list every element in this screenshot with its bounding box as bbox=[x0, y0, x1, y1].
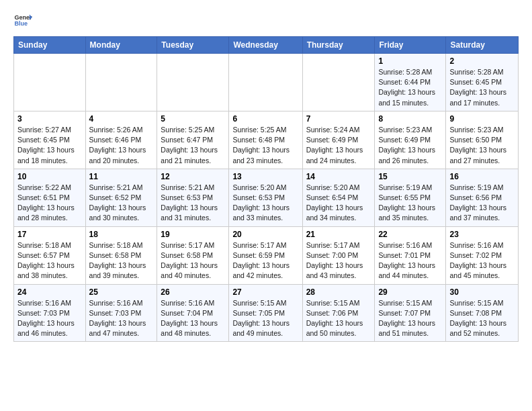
header: General Blue bbox=[13, 11, 519, 30]
day-cell: 29Sunrise: 5:15 AM Sunset: 7:07 PM Dayli… bbox=[375, 284, 446, 342]
day-cell: 17Sunrise: 5:18 AM Sunset: 6:57 PM Dayli… bbox=[14, 226, 86, 284]
svg-text:Blue: Blue bbox=[14, 20, 28, 27]
day-cell: 2Sunrise: 5:28 AM Sunset: 6:45 PM Daylig… bbox=[446, 54, 519, 111]
weekday-wednesday: Wednesday bbox=[229, 37, 302, 54]
day-info: Sunrise: 5:19 AM Sunset: 6:55 PM Dayligh… bbox=[378, 183, 442, 224]
day-number: 2 bbox=[449, 56, 515, 66]
day-info: Sunrise: 5:15 AM Sunset: 7:07 PM Dayligh… bbox=[378, 298, 442, 339]
day-number: 20 bbox=[232, 230, 298, 239]
day-cell: 7Sunrise: 5:24 AM Sunset: 6:49 PM Daylig… bbox=[302, 111, 375, 169]
day-info: Sunrise: 5:17 AM Sunset: 6:59 PM Dayligh… bbox=[232, 240, 298, 281]
day-number: 11 bbox=[89, 172, 154, 181]
day-info: Sunrise: 5:20 AM Sunset: 6:54 PM Dayligh… bbox=[306, 183, 371, 224]
day-number: 16 bbox=[449, 172, 515, 181]
weekday-thursday: Thursday bbox=[302, 37, 375, 54]
day-info: Sunrise: 5:25 AM Sunset: 6:47 PM Dayligh… bbox=[161, 125, 225, 166]
day-info: Sunrise: 5:15 AM Sunset: 7:06 PM Dayligh… bbox=[306, 298, 371, 339]
day-cell: 19Sunrise: 5:17 AM Sunset: 6:58 PM Dayli… bbox=[157, 226, 229, 284]
day-cell: 21Sunrise: 5:17 AM Sunset: 7:00 PM Dayli… bbox=[302, 226, 375, 284]
week-row-5: 24Sunrise: 5:16 AM Sunset: 7:03 PM Dayli… bbox=[14, 284, 519, 342]
day-number: 15 bbox=[378, 172, 442, 181]
weekday-sunday: Sunday bbox=[14, 37, 86, 54]
logo-icon: General Blue bbox=[13, 11, 32, 30]
day-number: 1 bbox=[378, 56, 442, 66]
day-cell: 5Sunrise: 5:25 AM Sunset: 6:47 PM Daylig… bbox=[157, 111, 229, 169]
day-cell: 8Sunrise: 5:23 AM Sunset: 6:49 PM Daylig… bbox=[375, 111, 446, 169]
day-info: Sunrise: 5:21 AM Sunset: 6:53 PM Dayligh… bbox=[161, 183, 225, 224]
day-info: Sunrise: 5:21 AM Sunset: 6:52 PM Dayligh… bbox=[89, 183, 154, 224]
day-cell: 27Sunrise: 5:15 AM Sunset: 7:05 PM Dayli… bbox=[229, 284, 302, 342]
day-number: 12 bbox=[161, 172, 225, 181]
day-info: Sunrise: 5:16 AM Sunset: 7:02 PM Dayligh… bbox=[449, 240, 515, 281]
day-number: 25 bbox=[89, 287, 154, 297]
day-info: Sunrise: 5:27 AM Sunset: 6:45 PM Dayligh… bbox=[17, 125, 82, 166]
day-cell: 13Sunrise: 5:20 AM Sunset: 6:53 PM Dayli… bbox=[229, 169, 302, 226]
day-cell: 3Sunrise: 5:27 AM Sunset: 6:45 PM Daylig… bbox=[14, 111, 86, 169]
day-cell: 11Sunrise: 5:21 AM Sunset: 6:52 PM Dayli… bbox=[85, 169, 157, 226]
weekday-saturday: Saturday bbox=[446, 37, 519, 54]
day-info: Sunrise: 5:16 AM Sunset: 7:04 PM Dayligh… bbox=[161, 298, 225, 339]
calendar-table: SundayMondayTuesdayWednesdayThursdayFrid… bbox=[13, 36, 519, 342]
day-cell: 26Sunrise: 5:16 AM Sunset: 7:04 PM Dayli… bbox=[157, 284, 229, 342]
day-number: 14 bbox=[306, 172, 371, 181]
week-row-1: 1Sunrise: 5:28 AM Sunset: 6:44 PM Daylig… bbox=[14, 54, 519, 111]
day-cell: 1Sunrise: 5:28 AM Sunset: 6:44 PM Daylig… bbox=[375, 54, 446, 111]
day-cell: 10Sunrise: 5:22 AM Sunset: 6:51 PM Dayli… bbox=[14, 169, 86, 226]
weekday-monday: Monday bbox=[85, 37, 157, 54]
day-info: Sunrise: 5:17 AM Sunset: 6:58 PM Dayligh… bbox=[161, 240, 225, 281]
day-number: 6 bbox=[232, 114, 298, 124]
day-info: Sunrise: 5:16 AM Sunset: 7:01 PM Dayligh… bbox=[378, 240, 442, 281]
day-info: Sunrise: 5:23 AM Sunset: 6:49 PM Dayligh… bbox=[378, 125, 442, 166]
day-info: Sunrise: 5:16 AM Sunset: 7:03 PM Dayligh… bbox=[17, 298, 82, 339]
weekday-friday: Friday bbox=[375, 37, 446, 54]
page: General Blue SundayMondayTuesdayWednesda… bbox=[0, 0, 532, 353]
day-cell bbox=[85, 54, 157, 111]
day-cell: 16Sunrise: 5:19 AM Sunset: 6:56 PM Dayli… bbox=[446, 169, 519, 226]
day-cell: 22Sunrise: 5:16 AM Sunset: 7:01 PM Dayli… bbox=[375, 226, 446, 284]
day-number: 7 bbox=[306, 114, 371, 124]
day-info: Sunrise: 5:18 AM Sunset: 6:58 PM Dayligh… bbox=[89, 240, 154, 281]
day-cell: 4Sunrise: 5:26 AM Sunset: 6:46 PM Daylig… bbox=[85, 111, 157, 169]
day-info: Sunrise: 5:20 AM Sunset: 6:53 PM Dayligh… bbox=[232, 183, 298, 224]
day-info: Sunrise: 5:16 AM Sunset: 7:03 PM Dayligh… bbox=[89, 298, 154, 339]
day-cell bbox=[157, 54, 229, 111]
day-number: 8 bbox=[378, 114, 442, 124]
day-info: Sunrise: 5:15 AM Sunset: 7:05 PM Dayligh… bbox=[232, 298, 298, 339]
day-number: 9 bbox=[449, 114, 515, 124]
day-number: 19 bbox=[161, 230, 225, 239]
weekday-header-row: SundayMondayTuesdayWednesdayThursdayFrid… bbox=[14, 37, 519, 54]
day-number: 29 bbox=[378, 287, 442, 297]
day-number: 17 bbox=[17, 230, 82, 239]
day-cell: 9Sunrise: 5:23 AM Sunset: 6:50 PM Daylig… bbox=[446, 111, 519, 169]
day-cell: 15Sunrise: 5:19 AM Sunset: 6:55 PM Dayli… bbox=[375, 169, 446, 226]
day-info: Sunrise: 5:15 AM Sunset: 7:08 PM Dayligh… bbox=[449, 298, 515, 339]
day-cell bbox=[302, 54, 375, 111]
day-number: 27 bbox=[232, 287, 298, 297]
day-number: 26 bbox=[161, 287, 225, 297]
day-cell bbox=[229, 54, 302, 111]
weekday-tuesday: Tuesday bbox=[157, 37, 229, 54]
week-row-4: 17Sunrise: 5:18 AM Sunset: 6:57 PM Dayli… bbox=[14, 226, 519, 284]
day-cell: 24Sunrise: 5:16 AM Sunset: 7:03 PM Dayli… bbox=[14, 284, 86, 342]
day-info: Sunrise: 5:17 AM Sunset: 7:00 PM Dayligh… bbox=[306, 240, 371, 281]
day-cell: 14Sunrise: 5:20 AM Sunset: 6:54 PM Dayli… bbox=[302, 169, 375, 226]
day-cell: 12Sunrise: 5:21 AM Sunset: 6:53 PM Dayli… bbox=[157, 169, 229, 226]
day-info: Sunrise: 5:23 AM Sunset: 6:50 PM Dayligh… bbox=[449, 125, 515, 166]
day-cell: 25Sunrise: 5:16 AM Sunset: 7:03 PM Dayli… bbox=[85, 284, 157, 342]
day-info: Sunrise: 5:22 AM Sunset: 6:51 PM Dayligh… bbox=[17, 183, 82, 224]
day-cell: 30Sunrise: 5:15 AM Sunset: 7:08 PM Dayli… bbox=[446, 284, 519, 342]
day-number: 18 bbox=[89, 230, 154, 239]
logo: General Blue bbox=[13, 11, 35, 30]
day-info: Sunrise: 5:19 AM Sunset: 6:56 PM Dayligh… bbox=[449, 183, 515, 224]
day-number: 23 bbox=[449, 230, 515, 239]
day-number: 10 bbox=[17, 172, 82, 181]
day-number: 5 bbox=[161, 114, 225, 124]
day-info: Sunrise: 5:28 AM Sunset: 6:44 PM Dayligh… bbox=[378, 67, 442, 108]
day-number: 28 bbox=[306, 287, 371, 297]
day-cell: 20Sunrise: 5:17 AM Sunset: 6:59 PM Dayli… bbox=[229, 226, 302, 284]
day-number: 21 bbox=[306, 230, 371, 239]
day-cell bbox=[14, 54, 86, 111]
day-cell: 23Sunrise: 5:16 AM Sunset: 7:02 PM Dayli… bbox=[446, 226, 519, 284]
day-cell: 6Sunrise: 5:25 AM Sunset: 6:48 PM Daylig… bbox=[229, 111, 302, 169]
day-info: Sunrise: 5:18 AM Sunset: 6:57 PM Dayligh… bbox=[17, 240, 82, 281]
